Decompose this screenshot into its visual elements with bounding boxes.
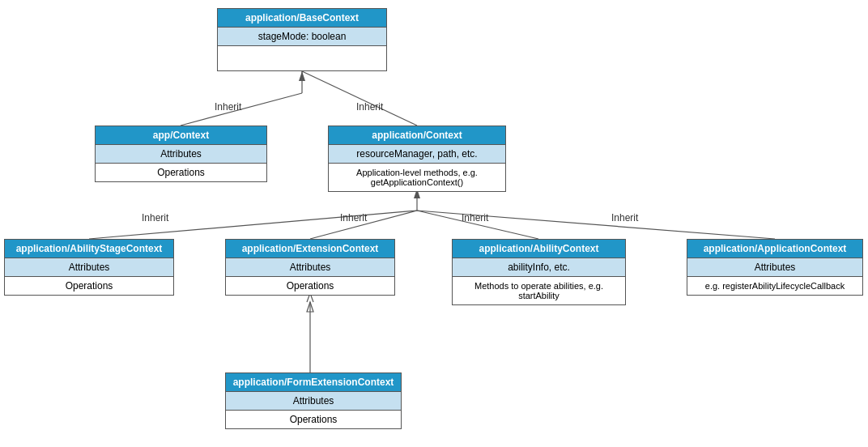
uml-diagram: Inherit Inherit Inherit Inherit Inherit … bbox=[0, 0, 868, 447]
form-extension-context-attributes: Attributes bbox=[226, 392, 401, 411]
class-ability-stage-context: application/AbilityStageContext Attribut… bbox=[4, 239, 174, 296]
svg-marker-11 bbox=[307, 302, 313, 312]
ability-stage-context-attributes: Attributes bbox=[5, 258, 173, 277]
base-context-empty bbox=[218, 46, 386, 70]
extension-context-title: application/ExtensionContext bbox=[226, 240, 394, 258]
inherit-label-1: Inherit bbox=[215, 101, 241, 113]
ability-context-attributes: abilityInfo, etc. bbox=[453, 258, 625, 277]
extension-context-operations: Operations bbox=[226, 277, 394, 295]
ability-stage-context-operations: Operations bbox=[5, 277, 173, 295]
ability-stage-context-title: application/AbilityStageContext bbox=[5, 240, 173, 258]
ability-context-title: application/AbilityContext bbox=[453, 240, 625, 258]
application-context-title: application/Context bbox=[329, 126, 505, 145]
inherit-label-3: Inherit bbox=[142, 212, 168, 224]
class-form-extension-context: application/FormExtensionContext Attribu… bbox=[225, 372, 402, 429]
class-extension-context: application/ExtensionContext Attributes … bbox=[225, 239, 395, 296]
class-app-context: app/Context Attributes Operations bbox=[95, 126, 267, 182]
ability-context-operations: Methods to operate abilities, e.g. start… bbox=[453, 277, 625, 304]
inherit-label-4: Inherit bbox=[340, 212, 367, 224]
form-extension-context-title: application/FormExtensionContext bbox=[226, 373, 401, 392]
class-base-context: application/BaseContext stageMode: boole… bbox=[217, 8, 387, 71]
class-application-context: application/Context resourceManager, pat… bbox=[328, 126, 506, 192]
connectors bbox=[0, 0, 868, 447]
application-context-attributes: resourceManager, path, etc. bbox=[329, 145, 505, 164]
class-ability-context: application/AbilityContext abilityInfo, … bbox=[452, 239, 626, 305]
base-context-title: application/BaseContext bbox=[218, 9, 386, 28]
svg-line-5 bbox=[89, 211, 417, 239]
application-context2-attributes: Attributes bbox=[687, 258, 862, 277]
class-application-context2: application/ApplicationContext Attribute… bbox=[687, 239, 863, 296]
form-extension-context-operations: Operations bbox=[226, 411, 401, 428]
app-context-operations: Operations bbox=[96, 164, 266, 181]
inherit-label-2: Inherit bbox=[356, 101, 383, 113]
application-context2-operations: e.g. registerAbilityLifecycleCallback bbox=[687, 277, 862, 295]
extension-context-attributes: Attributes bbox=[226, 258, 394, 277]
application-context-operations: Application-level methods, e.g. getAppli… bbox=[329, 164, 505, 191]
application-context2-title: application/ApplicationContext bbox=[687, 240, 862, 258]
svg-line-3 bbox=[302, 71, 417, 126]
base-context-attributes: stageMode: boolean bbox=[218, 28, 386, 46]
inherit-label-5: Inherit bbox=[462, 212, 488, 224]
app-context-attributes: Attributes bbox=[96, 145, 266, 164]
svg-marker-2 bbox=[299, 71, 305, 81]
app-context-title: app/Context bbox=[96, 126, 266, 145]
inherit-label-6: Inherit bbox=[611, 212, 638, 224]
